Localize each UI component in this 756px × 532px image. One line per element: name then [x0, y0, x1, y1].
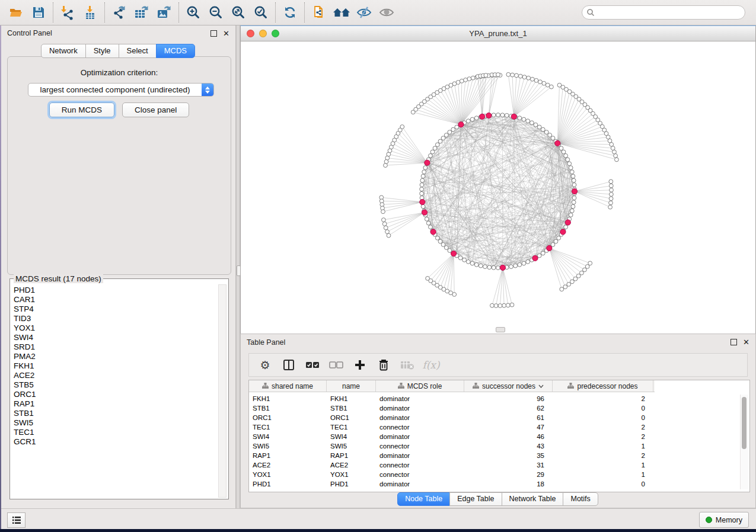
network-node[interactable] — [506, 303, 510, 307]
network-node[interactable] — [564, 225, 568, 229]
sort-indicator-icon[interactable] — [538, 384, 544, 388]
network-node[interactable] — [382, 222, 387, 226]
network-node[interactable] — [496, 266, 500, 270]
network-node[interactable] — [425, 217, 429, 221]
zoom-fit-icon[interactable] — [227, 2, 250, 23]
mcds-node[interactable] — [547, 245, 552, 251]
tab-network[interactable]: Network — [41, 44, 86, 58]
export-network-icon[interactable] — [108, 2, 130, 23]
network-node[interactable] — [566, 158, 570, 162]
tab-node-table[interactable]: Node Table — [397, 492, 450, 506]
column-header-mcds_role[interactable]: MCDS role — [376, 380, 464, 392]
show-columns-icon[interactable] — [281, 357, 296, 373]
optimization-criterion-select[interactable]: largest connected component (undirected) — [28, 83, 214, 97]
network-node[interactable] — [458, 256, 462, 260]
network-node[interactable] — [429, 153, 433, 158]
float-table-panel-icon[interactable] — [731, 339, 737, 345]
network-node[interactable] — [563, 285, 567, 289]
network-node[interactable] — [384, 164, 388, 168]
result-node[interactable]: SWI5 — [14, 418, 218, 428]
tab-mcds[interactable]: MCDS — [156, 44, 195, 58]
network-node[interactable] — [513, 264, 518, 268]
mcds-node[interactable] — [458, 122, 464, 127]
network-node[interactable] — [610, 193, 614, 197]
network-node[interactable] — [515, 73, 519, 78]
close-table-panel-icon[interactable]: ✕ — [743, 338, 749, 346]
network-node[interactable] — [511, 73, 515, 77]
network-node[interactable] — [541, 251, 545, 255]
quick-search-input[interactable] — [597, 7, 745, 18]
network-node[interactable] — [614, 154, 618, 158]
mcds-node[interactable] — [430, 229, 436, 235]
network-node[interactable] — [522, 117, 526, 121]
mcds-node[interactable] — [425, 160, 430, 165]
network-node[interactable] — [421, 204, 425, 209]
result-node[interactable]: TEC1 — [14, 428, 218, 437]
network-node[interactable] — [460, 79, 464, 83]
network-node[interactable] — [420, 191, 424, 196]
mcds-node[interactable] — [422, 210, 427, 215]
network-node[interactable] — [420, 187, 424, 191]
network-node[interactable] — [518, 116, 522, 120]
navigator-houses-icon[interactable] — [330, 2, 353, 23]
run-mcds-button[interactable]: Run MCDS — [49, 102, 114, 117]
result-node[interactable]: STP4 — [14, 305, 218, 314]
network-node[interactable] — [570, 280, 575, 284]
tab-style[interactable]: Style — [85, 44, 119, 58]
table-scrollbar-thumb[interactable] — [742, 397, 747, 449]
network-node[interactable] — [585, 265, 589, 269]
column-header-name[interactable]: name — [327, 380, 376, 392]
network-node[interactable] — [571, 204, 575, 209]
network-node[interactable] — [381, 210, 385, 214]
network-node[interactable] — [571, 174, 575, 178]
network-node[interactable] — [567, 283, 571, 287]
network-node[interactable] — [544, 130, 548, 134]
network-node[interactable] — [583, 268, 587, 272]
result-node[interactable]: GCR1 — [14, 437, 218, 447]
network-node[interactable] — [559, 146, 563, 150]
network-node[interactable] — [467, 77, 471, 81]
network-node[interactable] — [569, 213, 573, 217]
network-node[interactable] — [502, 303, 506, 307]
network-node[interactable] — [530, 121, 534, 125]
network-node[interactable] — [506, 72, 511, 76]
network-node[interactable] — [429, 225, 433, 229]
network-node[interactable] — [420, 178, 425, 182]
table-row[interactable]: PHD1PHD1dominator180 — [249, 479, 749, 489]
column-header-shared_name[interactable]: shared name — [249, 380, 327, 392]
network-node[interactable] — [451, 127, 455, 132]
mcds-node[interactable] — [486, 113, 492, 118]
result-node[interactable]: ACE2 — [14, 371, 218, 380]
network-node[interactable] — [509, 265, 513, 269]
network-node[interactable] — [384, 226, 388, 230]
network-node[interactable] — [421, 174, 425, 178]
network-node[interactable] — [385, 230, 390, 234]
tab-network-table[interactable]: Network Table — [502, 492, 564, 506]
result-node[interactable]: ORC1 — [14, 390, 218, 399]
network-node[interactable] — [422, 170, 426, 174]
refresh-layout-icon[interactable] — [279, 2, 301, 23]
network-node[interactable] — [610, 142, 614, 146]
network-node[interactable] — [548, 133, 552, 137]
network-node[interactable] — [609, 180, 613, 184]
network-node[interactable] — [426, 277, 430, 281]
table-row[interactable]: ACE2ACE2connector311 — [249, 460, 749, 470]
import-network-icon[interactable] — [56, 2, 79, 23]
network-node[interactable] — [483, 265, 487, 269]
network-node[interactable] — [580, 271, 584, 275]
network-node[interactable] — [444, 246, 448, 250]
network-node[interactable] — [470, 117, 474, 121]
tab-motifs[interactable]: Motifs — [563, 492, 598, 506]
tab-select[interactable]: Select — [119, 44, 157, 58]
add-column-icon[interactable] — [352, 357, 368, 373]
close-panel-button[interactable]: Close panel — [122, 102, 189, 117]
result-node[interactable]: PHD1 — [14, 286, 218, 295]
network-node[interactable] — [526, 259, 530, 264]
select-all-columns-icon[interactable] — [305, 357, 320, 373]
mcds-node[interactable] — [572, 188, 577, 194]
network-node[interactable] — [462, 258, 467, 262]
network-node[interactable] — [433, 146, 437, 150]
network-node[interactable] — [542, 81, 546, 85]
show-eye-icon[interactable] — [375, 2, 398, 23]
result-scrollbar[interactable] — [218, 284, 227, 498]
